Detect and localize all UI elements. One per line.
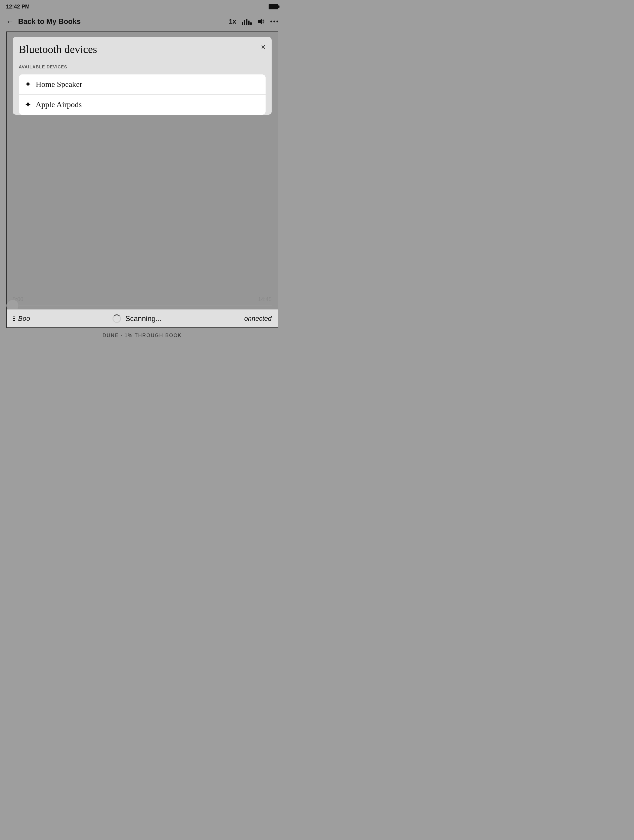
modal-title: Bluetooth devices bbox=[19, 43, 97, 56]
nav-right: 1x bbox=[229, 17, 278, 25]
nav-left: ← Back to My Books bbox=[6, 17, 81, 26]
more-options-button[interactable] bbox=[270, 21, 278, 22]
device-name-2: Apple Airpods bbox=[36, 100, 82, 109]
status-time: 12:42 PM bbox=[6, 4, 30, 10]
devices-list: ✦ Home Speaker ✦ Apple Airpods bbox=[19, 74, 266, 115]
battery-icon bbox=[269, 4, 278, 9]
menu-icon[interactable] bbox=[13, 316, 15, 321]
status-bar: 12:42 PM bbox=[0, 0, 284, 13]
page-title: Back to My Books bbox=[18, 17, 81, 26]
bluetooth-modal: Bluetooth devices × AVAILABLE DEVICES ✦ … bbox=[13, 37, 271, 115]
modal-header: Bluetooth devices × bbox=[19, 43, 266, 56]
top-nav: ← Back to My Books 1x bbox=[0, 13, 284, 32]
connected-text: onnected bbox=[244, 315, 271, 322]
footer: DUNE · 1% THROUGH BOOK bbox=[0, 328, 284, 343]
bluetooth-icon-2: ✦ bbox=[25, 101, 31, 109]
back-button[interactable]: ← bbox=[6, 17, 14, 26]
book-progress-label: DUNE · 1% THROUGH BOOK bbox=[103, 333, 182, 338]
scanning-spinner bbox=[112, 314, 121, 323]
device-item[interactable]: ✦ Apple Airpods bbox=[19, 95, 266, 115]
bluetooth-icon-1: ✦ bbox=[25, 80, 31, 88]
close-button[interactable]: × bbox=[261, 43, 266, 51]
bottom-bar: Boo Scanning... onnected bbox=[7, 309, 278, 327]
scanning-section: Scanning... bbox=[30, 314, 244, 323]
book-label: Boo bbox=[18, 315, 30, 322]
main-content: Bluetooth devices × AVAILABLE DEVICES ✦ … bbox=[6, 32, 278, 328]
svg-marker-0 bbox=[258, 19, 262, 24]
bottom-left: Boo bbox=[13, 315, 30, 322]
scanning-text: Scanning... bbox=[125, 314, 161, 323]
available-devices-label: AVAILABLE DEVICES bbox=[19, 62, 266, 72]
volume-icon[interactable] bbox=[257, 18, 265, 25]
speed-button[interactable]: 1x bbox=[229, 17, 236, 25]
device-item[interactable]: ✦ Home Speaker bbox=[19, 74, 266, 95]
device-name-1: Home Speaker bbox=[36, 80, 82, 89]
chapters-icon[interactable] bbox=[242, 18, 252, 25]
modal-overlay: Bluetooth devices × AVAILABLE DEVICES ✦ … bbox=[7, 32, 278, 309]
